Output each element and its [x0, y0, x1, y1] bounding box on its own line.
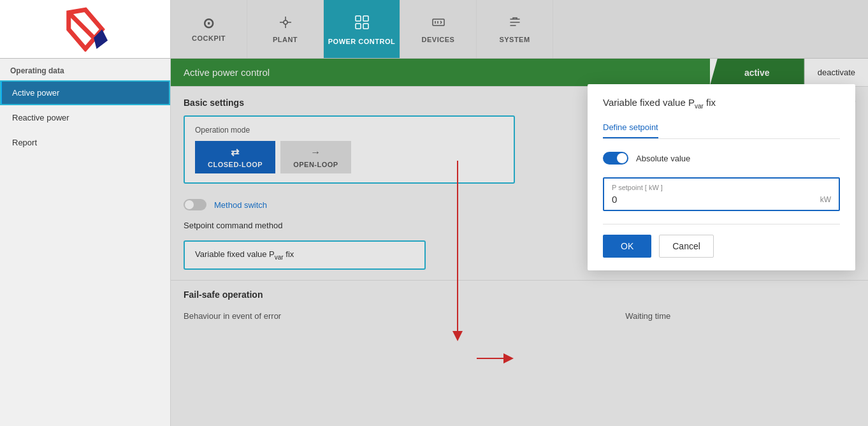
absolute-value-toggle[interactable] — [603, 152, 628, 165]
nav-label-devices: DEVICES — [422, 36, 455, 43]
top-nav: ⊙ COCKPIT PLANT POWER CONTROL DEVICES — [0, 0, 868, 59]
p-setpoint-label: P setpoint [ kW ] — [612, 184, 831, 191]
svg-rect-8 — [356, 16, 361, 21]
system-icon — [508, 15, 522, 32]
p-setpoint-row: 0 kW — [612, 194, 831, 205]
svg-rect-10 — [356, 24, 361, 29]
svg-line-15 — [440, 21, 442, 22]
sidebar: Operating data Active power Reactive pow… — [0, 59, 171, 426]
devices-icon — [431, 15, 445, 32]
svg-marker-2 — [94, 29, 108, 49]
nav-items: ⊙ COCKPIT PLANT POWER CONTROL DEVICES — [171, 0, 868, 58]
nav-item-power-control[interactable]: POWER CONTROL — [324, 0, 400, 58]
nav-label-cockpit: COCKPIT — [192, 34, 226, 42]
dialog-overlay: Variable fixed value Pvar fix Define set… — [171, 59, 868, 426]
nav-label-plant: PLANT — [273, 36, 298, 43]
sidebar-item-report[interactable]: Report — [0, 130, 170, 155]
p-setpoint-value[interactable]: 0 — [612, 194, 617, 205]
cancel-label: Cancel — [672, 241, 700, 251]
sidebar-item-reactive-power[interactable]: Reactive power — [0, 105, 170, 130]
dialog: Variable fixed value Pvar fix Define set… — [588, 84, 855, 270]
absolute-value-label: Absolute value — [636, 154, 690, 163]
sidebar-item-label-active-power: Active power — [12, 88, 59, 98]
dialog-title-text: Variable fixed value Pvar fix — [603, 97, 716, 108]
p-setpoint-unit: kW — [820, 195, 831, 204]
dialog-footer: OK Cancel — [588, 235, 855, 270]
svg-rect-11 — [363, 24, 368, 29]
nav-item-devices[interactable]: DEVICES — [400, 0, 477, 58]
ok-button[interactable]: OK — [603, 235, 651, 258]
svg-line-16 — [440, 22, 442, 24]
app-logo — [63, 7, 108, 52]
main-layout: Operating data Active power Reactive pow… — [0, 59, 868, 426]
sidebar-section-label: Operating data — [0, 59, 170, 80]
tab-define-setpoint[interactable]: Define setpoint — [603, 117, 658, 138]
svg-point-3 — [284, 20, 287, 24]
dialog-tabs: Define setpoint — [603, 117, 840, 139]
nav-label-system: SYSTEM — [499, 36, 530, 43]
tab-define-setpoint-label: Define setpoint — [603, 122, 658, 132]
content-area: Active power control active deactivate B… — [171, 59, 868, 426]
dialog-divider — [603, 224, 840, 224]
nav-label-power-control: POWER CONTROL — [328, 38, 396, 45]
sidebar-item-label-reactive-power: Reactive power — [12, 113, 69, 122]
dialog-body: Absolute value P setpoint [ kW ] 0 kW — [588, 139, 855, 224]
plant-icon — [278, 15, 293, 32]
svg-rect-12 — [433, 19, 444, 26]
cancel-button[interactable]: Cancel — [659, 235, 714, 258]
dialog-title: Variable fixed value Pvar fix — [588, 84, 855, 110]
nav-item-cockpit[interactable]: ⊙ COCKPIT — [171, 0, 247, 58]
nav-item-plant[interactable]: PLANT — [247, 0, 324, 58]
nav-item-system[interactable]: SYSTEM — [477, 0, 553, 58]
absolute-value-row: Absolute value — [603, 152, 840, 165]
p-setpoint-group[interactable]: P setpoint [ kW ] 0 kW — [603, 177, 840, 211]
power-control-icon — [353, 13, 371, 34]
logo-area — [0, 0, 171, 58]
cockpit-icon: ⊙ — [203, 17, 215, 31]
sidebar-item-label-report: Report — [12, 138, 37, 147]
sidebar-item-active-power[interactable]: Active power — [0, 80, 170, 105]
ok-label: OK — [621, 241, 633, 251]
svg-rect-9 — [363, 16, 368, 21]
